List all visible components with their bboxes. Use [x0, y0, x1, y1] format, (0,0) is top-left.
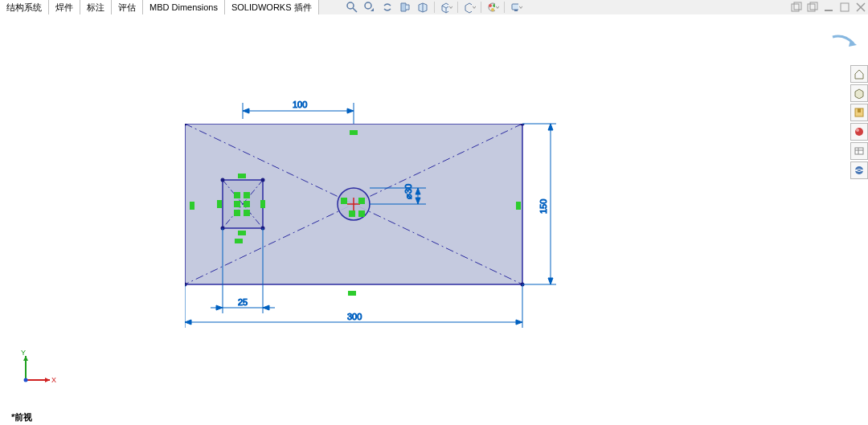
svg-rect-21 — [858, 108, 861, 112]
dim-150[interactable]: 150 — [538, 199, 548, 214]
close-icon[interactable] — [855, 2, 866, 13]
view-settings-icon[interactable] — [510, 1, 522, 14]
tab-evaluate[interactable]: 评估 — [112, 0, 143, 14]
svg-point-78 — [24, 378, 28, 382]
dim-100[interactable]: 100 — [293, 100, 307, 109]
axis-y-label: Y — [21, 349, 26, 357]
custom-properties-icon[interactable] — [850, 142, 868, 160]
display-style-icon[interactable] — [463, 1, 476, 14]
tab-mbd-dimensions[interactable]: MBD Dimensions — [143, 0, 225, 14]
svg-rect-13 — [810, 2, 817, 10]
svg-point-23 — [856, 129, 859, 132]
graphics-viewport[interactable]: 100 ⌀30 150 25 300 — [0, 14, 868, 425]
minimize-icon[interactable] — [823, 2, 834, 13]
svg-point-27 — [855, 166, 863, 174]
svg-point-0 — [347, 2, 354, 9]
svg-rect-8 — [512, 4, 518, 10]
dimensions-layer: 100 ⌀30 150 25 300 — [185, 95, 595, 344]
maximize-icon[interactable] — [839, 2, 850, 13]
restore-window-left-icon[interactable] — [791, 2, 802, 13]
view-name-label: *前视 — [11, 411, 32, 423]
tab-annotate[interactable]: 标注 — [80, 0, 112, 14]
axis-x-label: X — [51, 376, 56, 384]
svg-rect-12 — [808, 4, 815, 11]
view-orientation-icon[interactable] — [440, 1, 452, 14]
svg-rect-24 — [855, 148, 863, 154]
design-library-icon[interactable] — [850, 104, 868, 121]
zoom-fit-icon[interactable] — [399, 1, 411, 14]
heads-up-toolbar — [346, 0, 522, 14]
svg-rect-11 — [794, 2, 801, 10]
tab-structural-system[interactable]: 结构系统 — [0, 0, 49, 14]
forum-icon[interactable] — [850, 161, 868, 179]
home-icon[interactable] — [850, 65, 868, 83]
svg-rect-10 — [792, 4, 799, 11]
svg-point-22 — [855, 128, 863, 136]
dim-300[interactable]: 300 — [347, 312, 362, 321]
svg-point-2 — [365, 2, 371, 9]
restore-window-right-icon[interactable] — [807, 2, 818, 13]
resources-icon[interactable] — [850, 84, 868, 102]
task-pane-tabs — [850, 65, 868, 179]
svg-rect-9 — [514, 10, 518, 11]
tab-weldments[interactable]: 焊件 — [49, 0, 80, 14]
chevron-down-icon — [519, 5, 522, 10]
zoom-previous-icon[interactable] — [363, 1, 376, 14]
zoom-area-icon[interactable] — [346, 1, 358, 14]
section-view-icon[interactable] — [416, 1, 429, 14]
appearances-icon[interactable] — [850, 123, 868, 141]
help-hud — [829, 32, 862, 50]
chevron-down-icon — [496, 5, 499, 10]
scene-icon[interactable] — [486, 1, 499, 14]
tab-solidworks-addins[interactable]: SOLIDWORKS 插件 — [225, 0, 319, 14]
svg-point-6 — [493, 4, 495, 7]
dim-diameter[interactable]: ⌀30 — [403, 184, 413, 199]
svg-line-1 — [353, 8, 357, 12]
view-triad[interactable]: X Y — [18, 348, 58, 388]
chevron-down-icon — [449, 5, 452, 10]
svg-rect-15 — [841, 3, 849, 11]
svg-point-5 — [489, 4, 492, 7]
window-controls — [791, 0, 866, 14]
pan-icon[interactable] — [381, 1, 394, 14]
svg-point-7 — [491, 8, 494, 11]
chevron-down-icon — [473, 5, 476, 10]
dim-25[interactable]: 25 — [238, 297, 248, 307]
